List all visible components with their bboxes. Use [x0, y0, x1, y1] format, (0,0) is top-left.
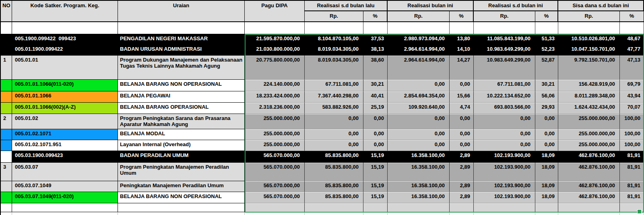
- cell-realisasi-ini-pct[interactable]: 2,89: [450, 192, 474, 203]
- cell-uraian[interactable]: [118, 212, 245, 215]
- cell-no[interactable]: [0, 151, 12, 163]
- cell-realisasi-ini-pct[interactable]: [450, 212, 474, 215]
- header-realisasi-sd-bulan-lalu[interactable]: Realisasi s.d bulan lalu: [305, 0, 388, 11]
- cell-uraian[interactable]: [118, 203, 245, 212]
- cell-uraian[interactable]: [118, 22, 245, 34]
- cell-pagu-dipa[interactable]: 255.000.000,00: [245, 129, 305, 140]
- cell-kode[interactable]: 005.01.02.1071.951: [12, 140, 118, 151]
- cell-sisa-dana-rp[interactable]: [558, 203, 620, 212]
- cell-realisasi-sd-ini-pct[interactable]: 52,23: [535, 45, 558, 56]
- cell-pagu-dipa[interactable]: 224.140.000,00: [245, 80, 305, 91]
- header-rp-lalu[interactable]: Rp.: [305, 11, 363, 22]
- cell-kode[interactable]: 005.1900.099422 099423: [12, 34, 118, 45]
- cell-realisasi-lalu-pct[interactable]: 38,13: [363, 45, 388, 56]
- cell-pagu-dipa[interactable]: 565.070.000,00: [245, 163, 305, 181]
- cell-uraian[interactable]: BELANJA PEGAWAI: [118, 91, 245, 103]
- cell-realisasi-ini-rp[interactable]: 16.358.100,00: [388, 192, 450, 203]
- cell-realisasi-ini-rp[interactable]: [388, 212, 450, 215]
- cell-sisa-dana-pct[interactable]: 100,00: [620, 114, 644, 129]
- cell-realisasi-ini-pct[interactable]: 0,00: [450, 129, 474, 140]
- cell-sisa-dana-rp[interactable]: 1.624.432.434,00: [558, 103, 620, 114]
- cell-kode[interactable]: 005.01.01.1066: [12, 91, 118, 103]
- cell-realisasi-ini-pct[interactable]: 14,10: [450, 45, 474, 56]
- cell-kode[interactable]: 005.01.02.1071: [12, 129, 118, 140]
- cell-realisasi-ini-pct[interactable]: [450, 22, 474, 34]
- cell-realisasi-ini-rp[interactable]: 16.358.100,00: [388, 151, 450, 163]
- cell-sisa-dana-rp[interactable]: 462.876.100,00: [558, 151, 620, 163]
- cell-no[interactable]: 3: [0, 163, 12, 181]
- cell-realisasi-sd-ini-rp[interactable]: [474, 203, 535, 212]
- cell-sisa-dana-rp[interactable]: 10.047.150.701,00: [558, 45, 620, 56]
- cell-realisasi-lalu-pct[interactable]: [363, 22, 388, 34]
- cell-no[interactable]: [0, 91, 12, 103]
- cell-realisasi-sd-ini-rp[interactable]: 102.193.900,00: [474, 151, 535, 163]
- cell-realisasi-lalu-rp[interactable]: 7.367.440.298,00: [305, 91, 363, 103]
- cell-realisasi-ini-pct[interactable]: 13,80: [450, 34, 474, 45]
- cell-uraian[interactable]: Program Peningkatan Sarana dan Prasarana…: [118, 114, 245, 129]
- cell-realisasi-ini-rp[interactable]: 0,00: [388, 129, 450, 140]
- cell-sisa-dana-rp[interactable]: 8.011.289.348,00: [558, 91, 620, 103]
- cell-realisasi-sd-ini-rp[interactable]: 693.803.566,00: [474, 103, 535, 114]
- cell-realisasi-lalu-rp[interactable]: 8.104.870.105,00: [305, 34, 363, 45]
- cell-realisasi-sd-ini-rp[interactable]: 0,00: [474, 129, 535, 140]
- cell-realisasi-ini-rp[interactable]: 16.358.100,00: [388, 163, 450, 181]
- cell-kode[interactable]: [12, 203, 118, 212]
- cell-no[interactable]: [0, 129, 12, 140]
- cell-no[interactable]: [0, 103, 12, 114]
- cell-realisasi-lalu-pct[interactable]: 30,21: [363, 80, 388, 91]
- cell-realisasi-ini-rp[interactable]: [388, 22, 450, 34]
- cell-realisasi-sd-ini-pct[interactable]: [535, 203, 558, 212]
- cell-realisasi-lalu-pct[interactable]: 15,19: [363, 151, 388, 163]
- cell-realisasi-sd-ini-rp[interactable]: 102.193.900,00: [474, 192, 535, 203]
- cell-sisa-dana-pct[interactable]: 69,79: [620, 80, 644, 91]
- cell-no[interactable]: [0, 140, 12, 151]
- cell-sisa-dana-pct[interactable]: 43,94: [620, 91, 644, 103]
- cell-pagu-dipa[interactable]: 255.000.000,00: [245, 140, 305, 151]
- cell-realisasi-lalu-rp[interactable]: [305, 22, 363, 34]
- cell-realisasi-sd-ini-rp[interactable]: 102.193.900,00: [474, 163, 535, 181]
- cell-realisasi-ini-rp[interactable]: 0,00: [388, 80, 450, 91]
- cell-uraian[interactable]: BELANJA BARANG NON OPERASIONAL: [118, 192, 245, 203]
- cell-realisasi-ini-rp[interactable]: 16.358.100,00: [388, 181, 450, 192]
- cell-realisasi-lalu-rp[interactable]: 8.019.034.305,00: [305, 56, 363, 80]
- cell-realisasi-lalu-pct[interactable]: 38,60: [363, 56, 388, 80]
- header-pct-sisa[interactable]: %: [620, 11, 644, 22]
- cell-realisasi-lalu-pct[interactable]: 15,19: [363, 192, 388, 203]
- cell-kode[interactable]: 005.01.01.1066(011-020): [12, 80, 118, 91]
- cell-uraian[interactable]: Peningkatan Manajemen Peradilan Umum: [118, 181, 245, 192]
- cell-sisa-dana-rp[interactable]: 255.000.000,00: [558, 129, 620, 140]
- cell-realisasi-ini-pct[interactable]: 0,00: [450, 140, 474, 151]
- cell-no[interactable]: [0, 34, 12, 45]
- cell-no[interactable]: [0, 80, 12, 91]
- cell-realisasi-sd-ini-rp[interactable]: [474, 22, 535, 34]
- cell-sisa-dana-pct[interactable]: 48,67: [620, 34, 644, 45]
- cell-uraian[interactable]: BADAN URUSAN ADMINISTRASI: [118, 45, 245, 56]
- header-pct-sd-ini[interactable]: %: [535, 11, 558, 22]
- header-pct-lalu[interactable]: %: [363, 11, 388, 22]
- cell-sisa-dana-pct[interactable]: 81,91: [620, 151, 644, 163]
- cell-uraian[interactable]: BELANJA BARANG OPERASIONAL: [118, 103, 245, 114]
- cell-pagu-dipa[interactable]: 255.000.000,00: [245, 114, 305, 129]
- cell-realisasi-lalu-pct[interactable]: 0,00: [363, 114, 388, 129]
- cell-realisasi-ini-rp[interactable]: 2.854.694.354,00: [388, 91, 450, 103]
- cell-no[interactable]: [0, 45, 12, 56]
- cell-realisasi-sd-ini-pct[interactable]: 30,21: [535, 80, 558, 91]
- header-sisa-dana[interactable]: Sisa dana s.d bulan ini: [558, 0, 644, 11]
- cell-realisasi-sd-ini-pct[interactable]: 0,00: [535, 140, 558, 151]
- cell-sisa-dana-rp[interactable]: 9.792.150.701,00: [558, 56, 620, 80]
- cell-kode[interactable]: [12, 212, 118, 215]
- cell-sisa-dana-rp[interactable]: 156.428.919,00: [558, 80, 620, 91]
- cell-realisasi-sd-ini-pct[interactable]: 51,33: [535, 34, 558, 45]
- cell-pagu-dipa[interactable]: [245, 212, 305, 215]
- header-uraian[interactable]: Uraian: [118, 0, 245, 22]
- cell-realisasi-ini-pct[interactable]: 2,89: [450, 151, 474, 163]
- cell-uraian[interactable]: Layanan Internal (Overhead): [118, 140, 245, 151]
- cell-realisasi-sd-ini-pct[interactable]: [535, 212, 558, 215]
- header-kode-satker[interactable]: Kode Satker. Program. Keg.: [12, 0, 118, 22]
- header-rp-sisa[interactable]: Rp.: [558, 11, 620, 22]
- cell-realisasi-sd-ini-rp[interactable]: 11.085.843.199,00: [474, 34, 535, 45]
- cell-kode[interactable]: 005.03.07.1049(011-020): [12, 192, 118, 203]
- cell-sisa-dana-rp[interactable]: 255.000.000,00: [558, 114, 620, 129]
- cell-pagu-dipa[interactable]: [245, 203, 305, 212]
- cell-sisa-dana-pct[interactable]: 81,91: [620, 181, 644, 192]
